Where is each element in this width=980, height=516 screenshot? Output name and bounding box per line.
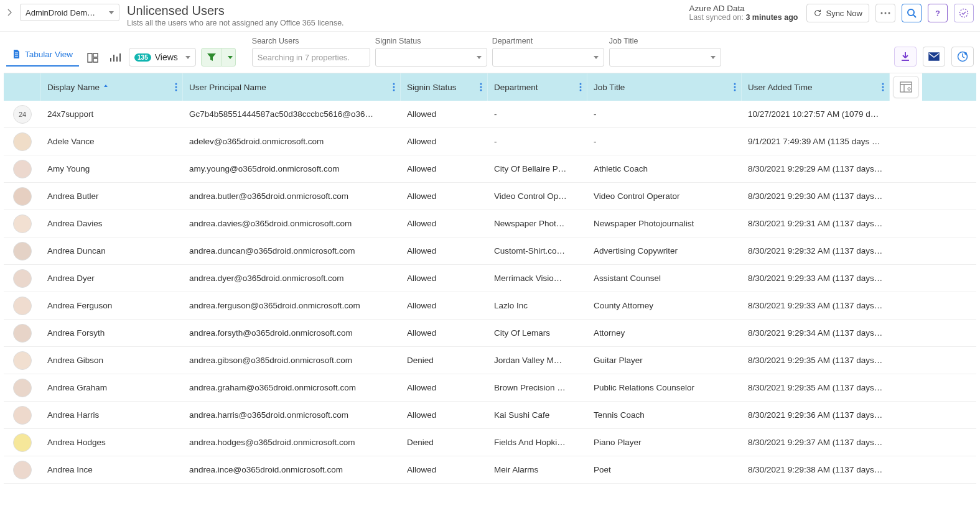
cell-jobtitle: Video Control Operator xyxy=(587,191,742,201)
more-menu-button[interactable] xyxy=(875,4,895,22)
views-dropdown[interactable]: 135 Views xyxy=(129,48,196,67)
table-row[interactable]: Andrea Fergusonandrea.ferguson@o365droid… xyxy=(4,292,976,320)
tenant-dropdown[interactable]: AdminDroid Dem… xyxy=(20,4,119,21)
cell-department: Newspaper Phot… xyxy=(488,219,587,228)
filter-dropdown-button[interactable] xyxy=(222,48,236,67)
column-menu-icon[interactable] xyxy=(480,83,482,91)
email-button[interactable] xyxy=(923,47,945,67)
cell-upn: andrea.forsyth@o365droid.onmicrosoft.com xyxy=(183,328,401,338)
cell-department: - xyxy=(488,109,587,119)
column-avatar xyxy=(4,73,41,101)
toolbar: Tabular View 135 Views Search Users Sign… xyxy=(0,37,980,73)
layout-view-button[interactable] xyxy=(84,49,101,67)
department-select[interactable] xyxy=(492,48,604,67)
svg-point-8 xyxy=(175,83,177,85)
audit-button[interactable] xyxy=(954,4,974,22)
column-settings-button[interactable] xyxy=(893,76,919,98)
search-users-input[interactable] xyxy=(252,48,370,67)
column-upn[interactable]: User Principal Name xyxy=(183,73,401,101)
alert-button[interactable] xyxy=(951,47,974,67)
jobtitle-select[interactable] xyxy=(609,48,721,67)
avatar xyxy=(13,406,32,425)
cell-department: Meir Alarms xyxy=(488,465,587,474)
cell-added: 8/30/2021 9:29:37 AM (1137 days… xyxy=(742,438,890,447)
column-display-name[interactable]: Display Name xyxy=(41,73,183,101)
svg-point-2 xyxy=(889,12,890,14)
svg-point-17 xyxy=(580,83,582,85)
column-department[interactable]: Department xyxy=(488,73,587,101)
chevron-down-icon xyxy=(711,56,716,59)
download-button[interactable] xyxy=(894,47,917,67)
svg-point-11 xyxy=(393,83,395,85)
cell-display_name: Andrea Dyer xyxy=(41,274,183,283)
cell-department: Lazlo Inc xyxy=(488,301,587,310)
cell-added: 8/30/2021 9:29:38 AM (1137 days… xyxy=(742,465,890,474)
cell-signin: Allowed xyxy=(401,410,488,420)
avatar: 24 xyxy=(13,105,32,124)
chevron-down-icon xyxy=(185,56,190,59)
column-config xyxy=(890,73,922,101)
cell-jobtitle: Attorney xyxy=(587,328,742,338)
svg-point-24 xyxy=(882,86,884,88)
sidebar-toggle[interactable] xyxy=(4,4,15,21)
table-row[interactable]: Andrea Forsythandrea.forsyth@o365droid.o… xyxy=(4,320,976,347)
avatar xyxy=(13,132,32,151)
table-row[interactable]: Adele Vanceadelev@o365droid.onmicrosoft.… xyxy=(4,128,976,155)
cell-department: City Of Lemars xyxy=(488,328,587,338)
users-table: Display Name User Principal Name Signin … xyxy=(4,73,976,484)
column-signin[interactable]: Signin Status xyxy=(401,73,488,101)
cell-upn: andrea.hodges@o365droid.onmicrosoft.com xyxy=(183,438,401,447)
cell-added: 8/30/2021 9:29:35 AM (1137 days… xyxy=(742,356,890,365)
sync-now-button[interactable]: Sync Now xyxy=(806,4,869,22)
cell-added: 8/30/2021 9:29:29 AM (1137 days… xyxy=(742,164,890,173)
cell-display_name: Andrea Harris xyxy=(41,410,183,420)
table-row[interactable]: Andrea Duncanandrea.duncan@o365droid.onm… xyxy=(4,237,976,265)
cell-upn: andrea.harris@o365droid.onmicrosoft.com xyxy=(183,410,401,420)
cell-jobtitle: Newspaper Photojournalist xyxy=(587,219,742,228)
svg-point-18 xyxy=(580,86,582,88)
global-search-button[interactable] xyxy=(902,4,922,22)
tabular-view-tab[interactable]: Tabular View xyxy=(6,44,79,67)
table-row[interactable]: Andrea Harrisandrea.harris@o365droid.onm… xyxy=(4,402,976,429)
column-label: Department xyxy=(494,83,538,92)
cell-display_name: Andrea Graham xyxy=(41,383,183,392)
cell-display_name: Andrea Hodges xyxy=(41,438,183,447)
column-menu-icon[interactable] xyxy=(734,83,736,91)
table-row[interactable]: Andrea Hodgesandrea.hodges@o365droid.onm… xyxy=(4,429,976,456)
column-menu-icon[interactable] xyxy=(175,83,177,91)
cell-upn: andrea.ince@o365droid.onmicrosoft.com xyxy=(183,465,401,474)
column-menu-icon[interactable] xyxy=(393,83,395,91)
table-row[interactable]: 2424x7supportGc7b4b58551444587ac50d38ccc… xyxy=(4,101,976,128)
column-menu-icon[interactable] xyxy=(882,83,884,91)
table-row[interactable]: Andrea Butlerandrea.butler@o365droid.onm… xyxy=(4,183,976,210)
table-row[interactable]: Andrea Gibsonandrea.gibson@o365droid.onm… xyxy=(4,347,976,374)
svg-point-16 xyxy=(480,90,482,91)
chart-view-button[interactable] xyxy=(106,49,124,67)
signin-status-select[interactable] xyxy=(375,48,487,67)
cell-department: Jordan Valley M… xyxy=(488,356,587,365)
column-jobtitle[interactable]: Job Title xyxy=(587,73,742,101)
cell-display_name: Andrea Gibson xyxy=(41,356,183,365)
avatar xyxy=(13,379,32,397)
table-row[interactable]: Andrea Inceandrea.ince@o365droid.onmicro… xyxy=(4,456,976,484)
avatar xyxy=(13,242,32,260)
svg-point-0 xyxy=(881,12,883,14)
column-label: User Principal Name xyxy=(189,83,266,92)
svg-point-14 xyxy=(480,83,482,85)
table-row[interactable]: Andrea Daviesandrea.davies@o365droid.onm… xyxy=(4,210,976,237)
help-button[interactable]: ? xyxy=(928,4,948,22)
svg-point-25 xyxy=(882,90,884,91)
column-menu-icon[interactable] xyxy=(579,83,582,91)
table-row[interactable]: Andrea Dyerandrea.dyer@o365droid.onmicro… xyxy=(4,265,976,292)
chevron-down-icon xyxy=(477,56,482,59)
column-label: User Added Time xyxy=(748,83,813,92)
table-row[interactable]: Amy Youngamy.young@o365droid.onmicrosoft… xyxy=(4,155,976,183)
cell-jobtitle: - xyxy=(587,109,742,119)
cell-signin: Allowed xyxy=(401,383,488,392)
top-bar: AdminDroid Dem… Unlicensed Users Lists a… xyxy=(0,0,980,30)
cell-signin: Allowed xyxy=(401,191,488,201)
svg-point-13 xyxy=(393,90,395,91)
filter-button[interactable] xyxy=(201,48,222,67)
table-row[interactable]: Andrea Grahamandrea.graham@o365droid.onm… xyxy=(4,374,976,402)
column-added-time[interactable]: User Added Time xyxy=(742,73,890,101)
